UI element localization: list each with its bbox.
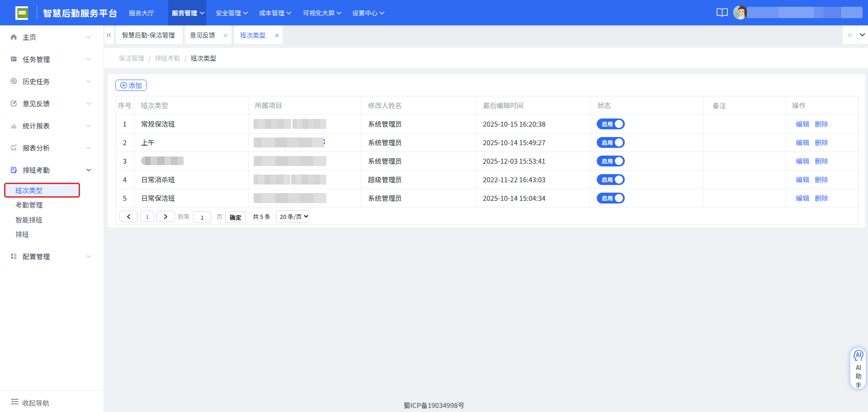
svg-text:AI: AI — [855, 350, 862, 359]
